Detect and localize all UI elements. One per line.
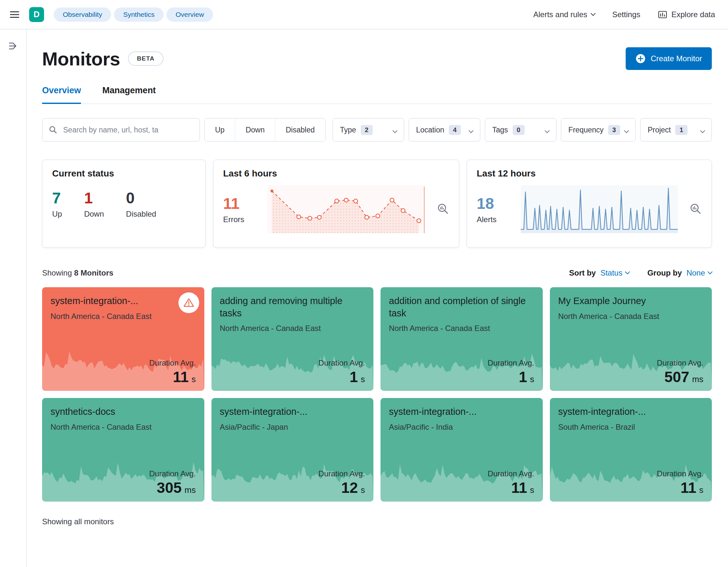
duration-unit: ms <box>185 485 196 495</box>
monitor-duration: Duration Avg.11s <box>488 469 534 496</box>
stats-row: Current status 7Up1Down0Disabled Last 6 … <box>42 160 712 248</box>
filter-tags[interactable]: Tags0 <box>485 118 556 142</box>
inspect-errors-button[interactable] <box>437 203 449 216</box>
settings-link[interactable]: Settings <box>612 10 641 19</box>
space-avatar[interactable]: D <box>29 7 44 22</box>
monitor-down-alert-icon <box>178 292 199 313</box>
duration-value: 12 <box>341 479 358 496</box>
status-filter-up[interactable]: Up <box>205 119 235 141</box>
alerts-and-rules-menu[interactable]: Alerts and rules <box>533 10 595 19</box>
group-by-label: Group by <box>647 268 682 278</box>
monitor-card[interactable]: system-integration-...Asia/Pacific - Jap… <box>211 398 374 502</box>
duration-unit: s <box>361 374 365 384</box>
status-filter-down[interactable]: Down <box>235 119 275 141</box>
last-12-hours-title: Last 12 hours <box>477 168 702 179</box>
tab-management[interactable]: Management <box>102 85 156 104</box>
monitor-duration: Duration Avg.1s <box>318 358 365 386</box>
duration-avg-label: Duration Avg. <box>318 358 365 368</box>
monitor-card[interactable]: system-integration-...North America - Ca… <box>42 287 204 391</box>
explore-data-label: Explore data <box>671 10 715 19</box>
status-filter-group: UpDownDisabled <box>204 118 325 142</box>
monitor-location: South America - Brazil <box>558 422 665 432</box>
duration-value: 305 <box>157 479 182 496</box>
inspect-alerts-button[interactable] <box>689 203 702 216</box>
monitor-name: system-integration-... <box>220 406 365 418</box>
monitor-card[interactable]: synthetics-docsNorth America - Canada Ea… <box>42 398 204 502</box>
monitor-location: North America - Canada East <box>220 323 327 334</box>
plus-in-circle-icon <box>635 53 646 64</box>
duration-value: 11 <box>680 479 696 496</box>
duration-unit: s <box>361 485 365 495</box>
alerts-metric: 18 Alerts <box>477 195 512 224</box>
monitor-location: Asia/Pacific - Japan <box>220 422 327 432</box>
monitor-name: addition and completion of single task <box>389 295 534 319</box>
monitor-list-header: Showing 8 Monitors Sort by Status Group … <box>42 268 712 278</box>
explore-data-icon <box>658 10 667 19</box>
breadcrumb: ObservabilitySyntheticsOverview <box>54 7 213 22</box>
filter-type[interactable]: Type2 <box>333 118 404 142</box>
monitor-card[interactable]: adding and removing multiple tasksNorth … <box>211 287 374 391</box>
left-rail <box>0 29 27 567</box>
duration-avg-label: Duration Avg. <box>488 358 534 368</box>
alerts-label: Alerts <box>477 215 512 224</box>
monitor-location: North America - Canada East <box>51 422 157 432</box>
last-12-hours-card: Last 12 hours 18 Alerts <box>467 160 712 248</box>
monitor-location: North America - Canada East <box>389 323 496 334</box>
monitor-duration: Duration Avg.305ms <box>149 469 196 496</box>
last-6-hours-card: Last 6 hours 11 Errors <box>213 160 459 248</box>
tab-overview[interactable]: Overview <box>42 85 81 104</box>
top-bar: D ObservabilitySyntheticsOverview Alerts… <box>0 0 728 29</box>
breadcrumb-item-overview[interactable]: Overview <box>166 7 213 22</box>
duration-unit: s <box>530 374 534 384</box>
current-status-card: Current status 7Up1Down0Disabled <box>42 160 206 248</box>
filter-project[interactable]: Project1 <box>640 118 712 142</box>
duration-value: 1 <box>349 369 358 385</box>
create-monitor-label: Create Monitor <box>651 54 702 63</box>
breadcrumb-item-observability[interactable]: Observability <box>54 7 111 22</box>
expand-nav-button[interactable] <box>6 38 21 55</box>
duration-value: 507 <box>665 369 689 385</box>
monitor-card[interactable]: system-integration-...South America - Br… <box>550 398 712 502</box>
duration-unit: s <box>699 485 703 495</box>
filter-location[interactable]: Location4 <box>409 118 480 142</box>
inspect-icon <box>689 203 702 215</box>
alerts-and-rules-label: Alerts and rules <box>533 10 587 19</box>
chevron-down-icon <box>469 128 474 133</box>
sort-by-select[interactable]: Status <box>600 268 629 278</box>
chevron-down-icon <box>624 128 629 133</box>
sort-by-label: Sort by <box>569 268 596 278</box>
search-input[interactable] <box>42 118 200 142</box>
monitor-location: North America - Canada East <box>51 311 157 322</box>
breadcrumb-item-synthetics[interactable]: Synthetics <box>114 7 164 22</box>
monitor-card[interactable]: My Example JourneyNorth America - Canada… <box>550 287 712 391</box>
monitor-duration: Duration Avg.507ms <box>657 358 703 386</box>
duration-value: 1 <box>519 369 527 385</box>
page-title: Monitors <box>42 48 120 70</box>
monitor-name: My Example Journey <box>558 295 704 307</box>
errors-sparkline-chart <box>267 185 425 233</box>
filter-dropdowns: Type2Location4Tags0Frequency3Project1 <box>333 118 712 142</box>
monitor-location: North America - Canada East <box>558 311 665 322</box>
monitor-card[interactable]: addition and completion of single taskNo… <box>381 287 543 391</box>
duration-avg-label: Duration Avg. <box>488 469 534 478</box>
filter-count-badge: 0 <box>513 125 525 135</box>
main-content: Monitors BETA Create Monitor OverviewMan… <box>27 29 728 567</box>
alerts-sparkline-chart <box>521 185 678 233</box>
monitor-name: system-integration-... <box>558 406 704 418</box>
current-status-title: Current status <box>52 168 196 179</box>
group-by-select[interactable]: None <box>687 268 712 278</box>
filter-count-badge: 4 <box>449 125 461 135</box>
filter-frequency[interactable]: Frequency3 <box>561 118 636 142</box>
hamburger-menu-icon[interactable] <box>5 5 25 25</box>
duration-unit: s <box>192 374 196 384</box>
synthetics-monitors-app: D ObservabilitySyntheticsOverview Alerts… <box>0 0 728 567</box>
monitor-location: Asia/Pacific - India <box>389 422 496 432</box>
list-footer: Showing all monitors <box>42 517 712 526</box>
duration-value: 11 <box>511 479 527 496</box>
status-metric-disabled: 0Disabled <box>126 189 156 219</box>
monitor-card[interactable]: system-integration-...Asia/Pacific - Ind… <box>381 398 543 502</box>
monitor-duration: Duration Avg.1s <box>488 358 534 386</box>
explore-data-link[interactable]: Explore data <box>658 10 715 19</box>
status-filter-disabled[interactable]: Disabled <box>275 119 325 141</box>
create-monitor-button[interactable]: Create Monitor <box>626 47 712 70</box>
